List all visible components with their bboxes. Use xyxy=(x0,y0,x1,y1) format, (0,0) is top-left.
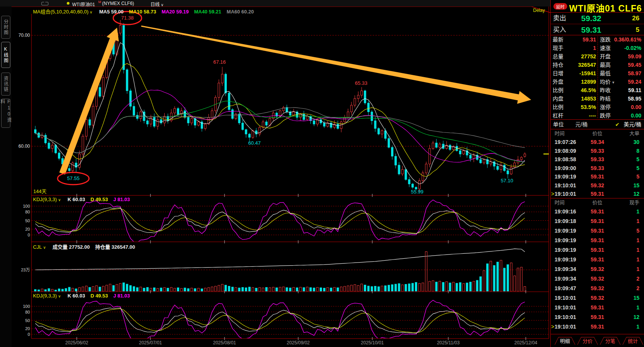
bid-qty: 5 xyxy=(636,24,639,35)
quote-field-value: 53.5% xyxy=(569,103,596,111)
indicator-value: MA5 59.00 xyxy=(99,9,124,15)
trade-row[interactable]: 19:09:1859.311 xyxy=(551,216,644,226)
trade-row[interactable]: >19:10:0159.311 xyxy=(551,322,644,332)
trade-time: 19:09:19 xyxy=(555,226,576,236)
svg-text:2025/08/01: 2025/08/01 xyxy=(213,340,236,345)
trade-price: 59.32 xyxy=(591,274,604,284)
quote-row: 杠杆----跌停0.00 xyxy=(551,111,644,120)
svg-text:65.33: 65.33 xyxy=(355,80,368,86)
trade-row[interactable]: 19:09:1959.311 xyxy=(551,245,644,255)
avg-price-dropdown-icon[interactable]: ▼ xyxy=(611,81,615,84)
indicator-value: D 49.53 xyxy=(91,197,108,202)
quote-field-label: 昨收 xyxy=(600,86,611,94)
current-row-marker: > xyxy=(551,322,554,332)
cjl-dropdown[interactable]: CJL∨ xyxy=(33,244,46,250)
trade-time: 19:10:01 xyxy=(555,303,576,312)
sidebar-tab-f10[interactable]: F10资料 xyxy=(1,99,10,128)
sidebar-tab-kline-chart[interactable]: K线图 xyxy=(1,42,10,68)
sidebar-tab-time-chart[interactable]: 分时图 xyxy=(1,16,10,39)
svg-text:100: 100 xyxy=(23,304,30,309)
unit-usd-option[interactable]: 美元/桶 xyxy=(624,120,641,129)
trade-row[interactable]: 19:07:2659.3430 xyxy=(551,138,644,147)
tab-分价[interactable]: 分价 xyxy=(577,337,598,345)
kdj1-dropdown[interactable]: KDJ(9,3,3)∨ xyxy=(33,197,61,202)
trade-price: 59.31 xyxy=(591,226,604,236)
trade-price: 59.32 xyxy=(591,264,604,274)
quote-detail-grid: 最新59.31涨跌0.36/0.61%现手1速涨-0.02%总量27752开盘5… xyxy=(551,35,644,120)
trade-price: 59.31 xyxy=(591,172,604,181)
tab-label: 统计 xyxy=(623,337,643,345)
tab-明细[interactable]: 明细 xyxy=(555,337,575,345)
bid-label: 买入 xyxy=(553,24,566,35)
kdj1-header: KDJ(9,3,3)∨ K 60.03D 49.53J 81.03 xyxy=(33,197,130,202)
trade-time: 19:09:16 xyxy=(555,207,576,216)
quote-field-value: 0.36/0.61% xyxy=(614,35,641,44)
trade-row[interactable]: 19:09:1959.311 xyxy=(551,255,644,264)
quote-field-label: 内盘 xyxy=(553,94,563,103)
indicator-value: K 60.03 xyxy=(68,197,85,202)
quote-field-value: -0.02% xyxy=(624,44,641,52)
quote-field-value: 59.24 xyxy=(628,78,641,86)
period-dropdown[interactable]: 日线∨ xyxy=(150,1,163,7)
bid-row[interactable]: 买入 59.31 5 xyxy=(551,24,644,35)
unit-cny-option[interactable]: 元/桶 xyxy=(575,120,588,129)
current-row-marker: > xyxy=(551,190,554,198)
ma-group-dropdown[interactable]: MA组合(5,10,20,40,60,0)∨ xyxy=(33,9,92,15)
trade-row[interactable]: 19:08:0959.338 xyxy=(551,147,644,155)
trade-price: 59.32 xyxy=(591,293,604,303)
trade-row[interactable]: 19:09:0059.335 xyxy=(551,164,644,173)
trade-time: 19:09:47 xyxy=(555,284,576,293)
svg-text:50: 50 xyxy=(25,318,30,323)
quote-field-label: 最新 xyxy=(553,35,563,44)
trade-price: 59.31 xyxy=(591,245,604,255)
trade-qty: 8 xyxy=(636,147,639,155)
trade-price: 59.31 xyxy=(591,190,604,198)
quote-field-label: 涨停 xyxy=(600,103,611,111)
svg-text:2025/09/02: 2025/09/02 xyxy=(287,340,310,345)
trade-qty: 30 xyxy=(633,138,639,147)
quote-field-label: 比例 xyxy=(553,103,563,111)
quote-row: 总量27752开盘59.09 xyxy=(551,52,644,61)
quote-field-label: 昨结 xyxy=(600,94,611,103)
trade-qty: 15 xyxy=(633,181,639,190)
trade-row[interactable]: 19:10:0159.3215 xyxy=(551,181,644,190)
trade-row[interactable]: 19:09:4759.322 xyxy=(551,284,644,293)
ask-row[interactable]: 卖出 59.32 26 xyxy=(551,13,644,24)
trade-time: 19:09:19 xyxy=(555,245,576,255)
check-icon[interactable]: ✔ xyxy=(615,120,619,129)
svg-text:0: 0 xyxy=(28,332,30,337)
svg-text:70.00: 70.00 xyxy=(18,33,30,38)
ask-label: 卖出 xyxy=(553,13,566,24)
trade-row[interactable]: >19:10:0159.3112 xyxy=(551,190,644,198)
chevron-down-icon: ∨ xyxy=(58,294,61,298)
trade-row[interactable]: 19:10:0159.3112 xyxy=(551,312,644,322)
quote-field-value: 58.95 xyxy=(628,94,641,103)
trade-row[interactable]: 19:10:0159.311 xyxy=(551,303,644,312)
trade-row[interactable]: 19:09:3459.322 xyxy=(551,274,644,284)
trade-time: 19:10:01 xyxy=(555,190,576,198)
delay-label: Delay xyxy=(533,8,545,13)
quote-field-value: 59.09 xyxy=(628,52,641,61)
chevron-down-icon: ∨ xyxy=(90,10,92,14)
trade-row[interactable]: 19:09:1659.311 xyxy=(551,207,644,216)
quote-field-label: 持仓 xyxy=(553,61,563,69)
trade-row[interactable]: 19:09:1959.315 xyxy=(551,172,644,181)
trade-qty: 1 xyxy=(636,236,639,245)
sidebar-tab-news[interactable]: 资讯链 xyxy=(1,73,10,96)
trade-time: 19:10:01 xyxy=(555,322,576,332)
svg-text:20: 20 xyxy=(25,326,30,331)
trade-row[interactable]: 19:09:1959.311 xyxy=(551,236,644,245)
tab-分笔[interactable]: 分笔 xyxy=(600,337,621,345)
tab-统计[interactable]: 统计 xyxy=(623,337,643,345)
link-icon[interactable] xyxy=(41,2,48,5)
indicator-value: MA60 60.20 xyxy=(227,9,254,15)
svg-text:55.99: 55.99 xyxy=(411,189,424,195)
trade-row[interactable]: 19:10:0159.3215 xyxy=(551,293,644,303)
trade-row[interactable]: 19:08:5859.335 xyxy=(551,155,644,164)
svg-text:60.00: 60.00 xyxy=(18,144,30,149)
trade-row[interactable]: 19:09:1959.315 xyxy=(551,226,644,236)
trade-row[interactable]: 19:09:3459.321 xyxy=(551,264,644,274)
svg-text:57.10: 57.10 xyxy=(501,178,514,183)
indicator-value: J 81.03 xyxy=(113,293,130,299)
kdj2-dropdown[interactable]: KDJ(9,3,3)∨ xyxy=(33,293,61,299)
